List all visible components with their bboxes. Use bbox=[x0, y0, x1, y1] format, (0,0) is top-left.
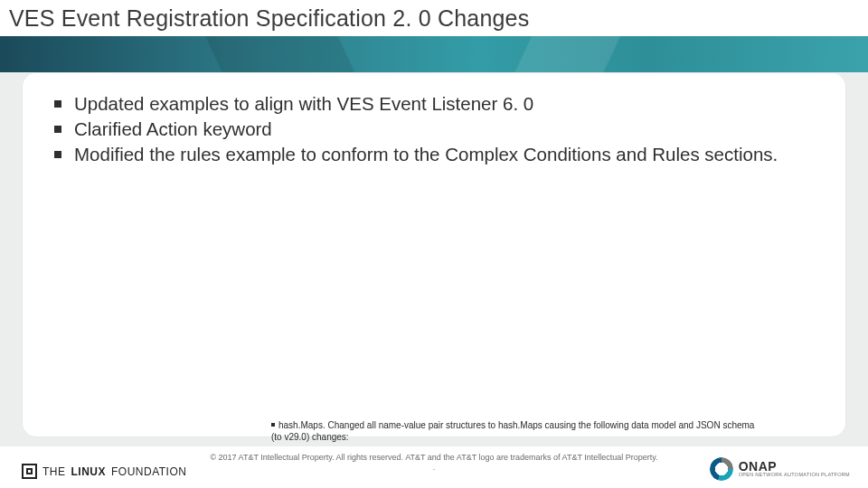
bullet-item: Updated examples to align with VES Event… bbox=[74, 92, 819, 116]
onap-logo: ONAP OPEN NETWORK AUTOMATION PLATFORM bbox=[710, 457, 850, 481]
title-bar: VES Event Registration Specification 2. … bbox=[0, 0, 868, 36]
copyright-text: © 2017 AT&T Intellectual Property. All r… bbox=[210, 453, 657, 462]
footnote: hash.Maps. Changed all name-value pair s… bbox=[271, 419, 760, 443]
footer-bar: THE LINUX FOUNDATION © 2017 AT&T Intelle… bbox=[0, 446, 868, 488]
content-card: Updated examples to align with VES Event… bbox=[22, 72, 846, 437]
page-title: VES Event Registration Specification 2. … bbox=[9, 5, 529, 32]
onap-name: ONAP bbox=[739, 460, 850, 473]
bullet-list: Updated examples to align with VES Event… bbox=[74, 92, 819, 167]
bullet-item: Modified the rules example to conform to… bbox=[74, 143, 819, 166]
bullet-dot-icon bbox=[271, 423, 275, 427]
bullet-item: Clarified Action keyword bbox=[74, 117, 819, 141]
footnote-text: hash.Maps. Changed all name-value pair s… bbox=[271, 420, 754, 442]
onap-tagline: OPEN NETWORK AUTOMATION PLATFORM bbox=[739, 473, 850, 478]
onap-text: ONAP OPEN NETWORK AUTOMATION PLATFORM bbox=[739, 460, 850, 478]
header-band bbox=[0, 36, 868, 72]
ring-icon bbox=[710, 457, 733, 481]
